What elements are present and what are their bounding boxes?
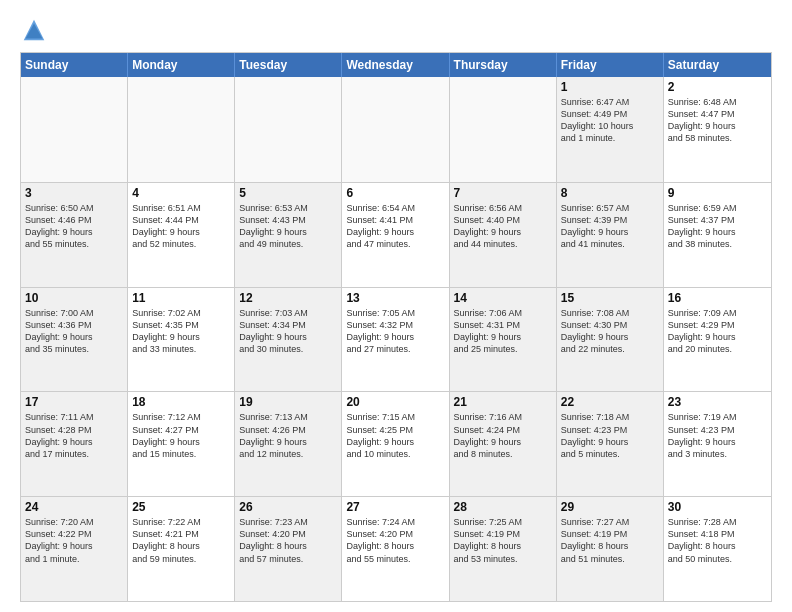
- day-cell-23: 23Sunrise: 7:19 AM Sunset: 4:23 PM Dayli…: [664, 392, 771, 496]
- day-detail: Sunrise: 6:57 AM Sunset: 4:39 PM Dayligh…: [561, 202, 659, 251]
- day-number: 21: [454, 395, 552, 409]
- weekday-header-sunday: Sunday: [21, 53, 128, 77]
- day-cell-1: 1Sunrise: 6:47 AM Sunset: 4:49 PM Daylig…: [557, 77, 664, 182]
- day-cell-13: 13Sunrise: 7:05 AM Sunset: 4:32 PM Dayli…: [342, 288, 449, 392]
- day-cell-20: 20Sunrise: 7:15 AM Sunset: 4:25 PM Dayli…: [342, 392, 449, 496]
- day-cell-30: 30Sunrise: 7:28 AM Sunset: 4:18 PM Dayli…: [664, 497, 771, 601]
- svg-marker-1: [26, 23, 43, 38]
- weekday-header-saturday: Saturday: [664, 53, 771, 77]
- calendar-body: 1Sunrise: 6:47 AM Sunset: 4:49 PM Daylig…: [21, 77, 771, 601]
- day-number: 10: [25, 291, 123, 305]
- day-cell-10: 10Sunrise: 7:00 AM Sunset: 4:36 PM Dayli…: [21, 288, 128, 392]
- day-detail: Sunrise: 7:06 AM Sunset: 4:31 PM Dayligh…: [454, 307, 552, 356]
- day-detail: Sunrise: 7:22 AM Sunset: 4:21 PM Dayligh…: [132, 516, 230, 565]
- day-detail: Sunrise: 7:23 AM Sunset: 4:20 PM Dayligh…: [239, 516, 337, 565]
- day-cell-24: 24Sunrise: 7:20 AM Sunset: 4:22 PM Dayli…: [21, 497, 128, 601]
- day-number: 12: [239, 291, 337, 305]
- day-cell-21: 21Sunrise: 7:16 AM Sunset: 4:24 PM Dayli…: [450, 392, 557, 496]
- day-number: 4: [132, 186, 230, 200]
- empty-cell-0-4: [450, 77, 557, 182]
- day-cell-17: 17Sunrise: 7:11 AM Sunset: 4:28 PM Dayli…: [21, 392, 128, 496]
- empty-cell-0-3: [342, 77, 449, 182]
- day-cell-8: 8Sunrise: 6:57 AM Sunset: 4:39 PM Daylig…: [557, 183, 664, 287]
- empty-cell-0-1: [128, 77, 235, 182]
- day-cell-28: 28Sunrise: 7:25 AM Sunset: 4:19 PM Dayli…: [450, 497, 557, 601]
- day-number: 20: [346, 395, 444, 409]
- day-cell-7: 7Sunrise: 6:56 AM Sunset: 4:40 PM Daylig…: [450, 183, 557, 287]
- day-number: 3: [25, 186, 123, 200]
- day-number: 15: [561, 291, 659, 305]
- day-number: 30: [668, 500, 767, 514]
- day-number: 19: [239, 395, 337, 409]
- day-cell-27: 27Sunrise: 7:24 AM Sunset: 4:20 PM Dayli…: [342, 497, 449, 601]
- day-detail: Sunrise: 7:02 AM Sunset: 4:35 PM Dayligh…: [132, 307, 230, 356]
- day-detail: Sunrise: 7:25 AM Sunset: 4:19 PM Dayligh…: [454, 516, 552, 565]
- day-number: 28: [454, 500, 552, 514]
- weekday-header-tuesday: Tuesday: [235, 53, 342, 77]
- day-detail: Sunrise: 7:13 AM Sunset: 4:26 PM Dayligh…: [239, 411, 337, 460]
- day-cell-3: 3Sunrise: 6:50 AM Sunset: 4:46 PM Daylig…: [21, 183, 128, 287]
- page: SundayMondayTuesdayWednesdayThursdayFrid…: [0, 0, 792, 612]
- day-number: 5: [239, 186, 337, 200]
- weekday-header-monday: Monday: [128, 53, 235, 77]
- day-number: 11: [132, 291, 230, 305]
- week-row-4: 24Sunrise: 7:20 AM Sunset: 4:22 PM Dayli…: [21, 496, 771, 601]
- day-detail: Sunrise: 7:11 AM Sunset: 4:28 PM Dayligh…: [25, 411, 123, 460]
- day-number: 29: [561, 500, 659, 514]
- weekday-header-wednesday: Wednesday: [342, 53, 449, 77]
- day-detail: Sunrise: 7:15 AM Sunset: 4:25 PM Dayligh…: [346, 411, 444, 460]
- day-number: 24: [25, 500, 123, 514]
- day-number: 14: [454, 291, 552, 305]
- day-number: 23: [668, 395, 767, 409]
- day-detail: Sunrise: 6:50 AM Sunset: 4:46 PM Dayligh…: [25, 202, 123, 251]
- day-detail: Sunrise: 7:27 AM Sunset: 4:19 PM Dayligh…: [561, 516, 659, 565]
- day-detail: Sunrise: 6:48 AM Sunset: 4:47 PM Dayligh…: [668, 96, 767, 145]
- weekday-header-thursday: Thursday: [450, 53, 557, 77]
- day-cell-15: 15Sunrise: 7:08 AM Sunset: 4:30 PM Dayli…: [557, 288, 664, 392]
- day-detail: Sunrise: 6:54 AM Sunset: 4:41 PM Dayligh…: [346, 202, 444, 251]
- day-detail: Sunrise: 7:16 AM Sunset: 4:24 PM Dayligh…: [454, 411, 552, 460]
- day-detail: Sunrise: 7:08 AM Sunset: 4:30 PM Dayligh…: [561, 307, 659, 356]
- day-cell-9: 9Sunrise: 6:59 AM Sunset: 4:37 PM Daylig…: [664, 183, 771, 287]
- calendar-header: SundayMondayTuesdayWednesdayThursdayFrid…: [21, 53, 771, 77]
- day-detail: Sunrise: 7:12 AM Sunset: 4:27 PM Dayligh…: [132, 411, 230, 460]
- day-detail: Sunrise: 7:03 AM Sunset: 4:34 PM Dayligh…: [239, 307, 337, 356]
- header: [20, 16, 772, 44]
- day-detail: Sunrise: 6:53 AM Sunset: 4:43 PM Dayligh…: [239, 202, 337, 251]
- day-detail: Sunrise: 7:18 AM Sunset: 4:23 PM Dayligh…: [561, 411, 659, 460]
- day-number: 13: [346, 291, 444, 305]
- day-cell-5: 5Sunrise: 6:53 AM Sunset: 4:43 PM Daylig…: [235, 183, 342, 287]
- day-detail: Sunrise: 7:28 AM Sunset: 4:18 PM Dayligh…: [668, 516, 767, 565]
- day-detail: Sunrise: 6:47 AM Sunset: 4:49 PM Dayligh…: [561, 96, 659, 145]
- day-detail: Sunrise: 6:59 AM Sunset: 4:37 PM Dayligh…: [668, 202, 767, 251]
- day-number: 9: [668, 186, 767, 200]
- day-cell-29: 29Sunrise: 7:27 AM Sunset: 4:19 PM Dayli…: [557, 497, 664, 601]
- day-detail: Sunrise: 7:00 AM Sunset: 4:36 PM Dayligh…: [25, 307, 123, 356]
- day-cell-22: 22Sunrise: 7:18 AM Sunset: 4:23 PM Dayli…: [557, 392, 664, 496]
- weekday-header-friday: Friday: [557, 53, 664, 77]
- day-cell-16: 16Sunrise: 7:09 AM Sunset: 4:29 PM Dayli…: [664, 288, 771, 392]
- day-detail: Sunrise: 7:19 AM Sunset: 4:23 PM Dayligh…: [668, 411, 767, 460]
- day-number: 26: [239, 500, 337, 514]
- day-detail: Sunrise: 6:56 AM Sunset: 4:40 PM Dayligh…: [454, 202, 552, 251]
- week-row-1: 3Sunrise: 6:50 AM Sunset: 4:46 PM Daylig…: [21, 182, 771, 287]
- day-number: 16: [668, 291, 767, 305]
- day-cell-19: 19Sunrise: 7:13 AM Sunset: 4:26 PM Dayli…: [235, 392, 342, 496]
- day-cell-18: 18Sunrise: 7:12 AM Sunset: 4:27 PM Dayli…: [128, 392, 235, 496]
- day-number: 22: [561, 395, 659, 409]
- calendar: SundayMondayTuesdayWednesdayThursdayFrid…: [20, 52, 772, 602]
- day-number: 8: [561, 186, 659, 200]
- day-detail: Sunrise: 7:20 AM Sunset: 4:22 PM Dayligh…: [25, 516, 123, 565]
- day-cell-4: 4Sunrise: 6:51 AM Sunset: 4:44 PM Daylig…: [128, 183, 235, 287]
- day-number: 18: [132, 395, 230, 409]
- day-detail: Sunrise: 7:24 AM Sunset: 4:20 PM Dayligh…: [346, 516, 444, 565]
- day-number: 17: [25, 395, 123, 409]
- week-row-0: 1Sunrise: 6:47 AM Sunset: 4:49 PM Daylig…: [21, 77, 771, 182]
- day-cell-6: 6Sunrise: 6:54 AM Sunset: 4:41 PM Daylig…: [342, 183, 449, 287]
- day-number: 1: [561, 80, 659, 94]
- day-cell-26: 26Sunrise: 7:23 AM Sunset: 4:20 PM Dayli…: [235, 497, 342, 601]
- day-cell-11: 11Sunrise: 7:02 AM Sunset: 4:35 PM Dayli…: [128, 288, 235, 392]
- day-number: 25: [132, 500, 230, 514]
- day-number: 27: [346, 500, 444, 514]
- day-detail: Sunrise: 7:05 AM Sunset: 4:32 PM Dayligh…: [346, 307, 444, 356]
